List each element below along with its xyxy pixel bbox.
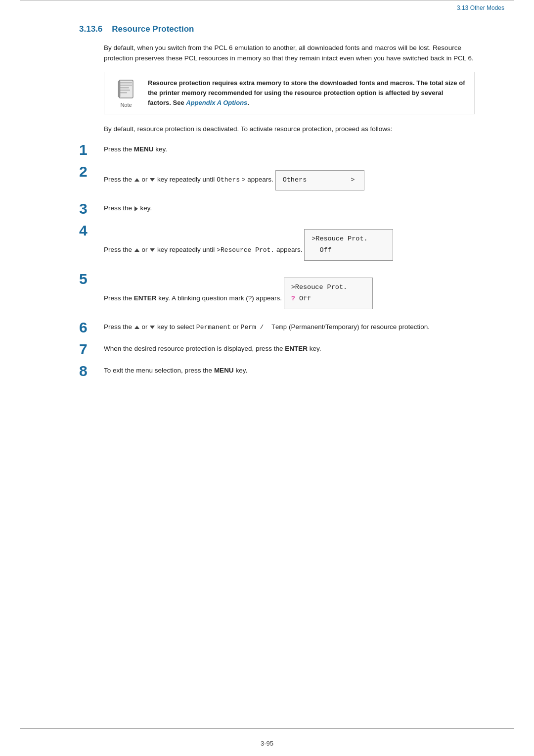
- appendix-link[interactable]: Appendix A Options: [186, 99, 247, 106]
- triangle-down-icon-4: [150, 248, 155, 252]
- note-text-content: Resource protection requires extra memor…: [148, 78, 467, 108]
- step-8-content: To exit the menu selection, press the ME…: [104, 364, 475, 376]
- triangle-right-icon-3: [134, 206, 138, 211]
- page-footer: 3-95: [0, 740, 534, 747]
- step-4: 4 Press the or key repeatedly until >Res…: [79, 223, 475, 265]
- step-3-content: Press the key.: [104, 201, 475, 214]
- svg-rect-4: [120, 90, 130, 91]
- section-title: 3.13.6 Resource Protection: [79, 24, 504, 34]
- step-5-lcd: >Resouce Prot. ? Off: [284, 278, 373, 309]
- section-name: Resource Protection: [112, 24, 194, 34]
- steps-area: 1 Press the MENU key. 2 Press the or key…: [79, 142, 475, 378]
- step-1-num: 1: [79, 142, 104, 157]
- step-4-lcd: >Resouce Prot. Off: [304, 229, 393, 261]
- note-icon: [115, 78, 137, 100]
- svg-rect-1: [120, 82, 132, 84]
- intro-paragraph: By default, when you switch from the PCL…: [104, 43, 475, 64]
- step-2-lcd: Others >: [275, 170, 364, 190]
- step-7-bold: ENTER: [285, 345, 308, 352]
- step-5-content: Press the ENTER key. A blinking question…: [104, 272, 475, 313]
- step-4-content: Press the or key repeatedly until >Resou…: [104, 223, 475, 265]
- step-3-num: 3: [79, 201, 104, 216]
- step-6-content: Press the or key to select Permanent or …: [104, 320, 475, 332]
- step-8-bold: MENU: [214, 367, 234, 374]
- after-note-paragraph: By default, resource protection is deact…: [104, 124, 475, 135]
- page-number: 3-95: [261, 740, 273, 747]
- note-label: Note: [120, 102, 132, 108]
- note-box: Note Resource protection requires extra …: [104, 72, 475, 114]
- step-2-content: Press the or key repeatedly until Others…: [104, 164, 475, 194]
- svg-rect-2: [120, 85, 132, 86]
- step-6: 6 Press the or key to select Permanent o…: [79, 320, 475, 335]
- step-2-mono: Others: [217, 176, 240, 184]
- triangle-down-icon-2: [150, 178, 155, 182]
- step-2-num: 2: [79, 164, 104, 179]
- step-5: 5 Press the ENTER key. A blinking questi…: [79, 272, 475, 313]
- svg-rect-3: [120, 87, 129, 89]
- step-6-num: 6: [79, 320, 104, 335]
- step-6-mono1: Permanent: [196, 324, 231, 331]
- step-3: 3 Press the key.: [79, 201, 475, 216]
- step-1-bold: MENU: [134, 145, 154, 153]
- step-2: 2 Press the or key repeatedly until Othe…: [79, 164, 475, 194]
- svg-rect-5: [120, 92, 127, 94]
- triangle-down-icon-6: [150, 326, 155, 329]
- main-content: 3.13.6 Resource Protection By default, w…: [30, 14, 504, 378]
- note-text-bold: Resource protection requires extra memor…: [148, 79, 465, 106]
- note-icon-area: Note: [111, 78, 141, 108]
- page-header: 3.13 Other Modes: [0, 4, 504, 14]
- page: 3.13 Other Modes 3.13.6 Resource Protect…: [0, 0, 534, 756]
- step-8: 8 To exit the menu selection, press the …: [79, 364, 475, 378]
- top-rule: [20, 0, 514, 4]
- step-6-mono2: Perm / Temp: [241, 324, 287, 331]
- triangle-up-icon-2: [134, 178, 139, 182]
- step-1-content: Press the MENU key.: [104, 142, 475, 155]
- bottom-rule: [20, 728, 514, 729]
- triangle-up-icon-4: [134, 248, 139, 252]
- svg-rect-6: [118, 81, 120, 97]
- step-5-bold: ENTER: [134, 294, 157, 302]
- step-8-num: 8: [79, 364, 104, 378]
- step-4-mono: >Resource Prot.: [217, 246, 274, 254]
- step-4-num: 4: [79, 223, 104, 238]
- section-number: 3.13.6: [79, 24, 102, 34]
- step-5-num: 5: [79, 272, 104, 286]
- header-section-ref: 3.13 Other Modes: [457, 4, 504, 11]
- step-7-content: When the desired resource protection is …: [104, 342, 475, 354]
- step-1: 1 Press the MENU key.: [79, 142, 475, 157]
- blink-cursor: ?: [291, 295, 295, 302]
- step-7-num: 7: [79, 342, 104, 357]
- step-7: 7 When the desired resource protection i…: [79, 342, 475, 357]
- triangle-up-icon-6: [134, 326, 139, 329]
